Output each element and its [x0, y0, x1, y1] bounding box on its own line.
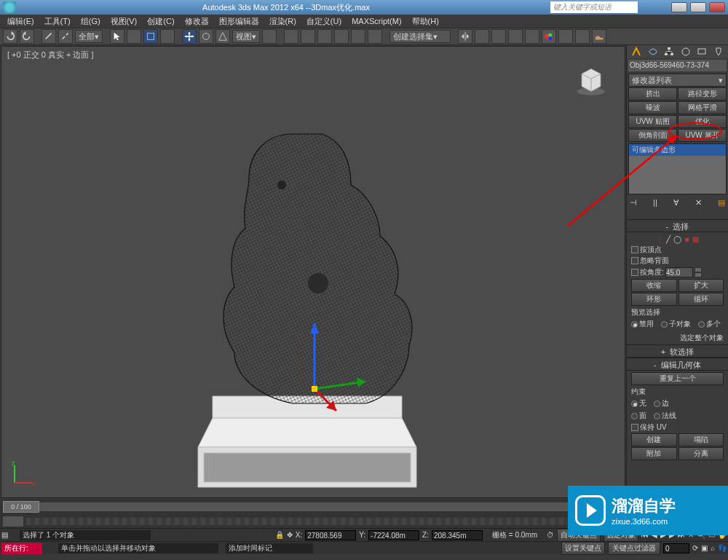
- rollout-softsel-title[interactable]: + 软选择: [627, 344, 728, 358]
- curve-editor-button[interactable]: [508, 29, 523, 44]
- layers-button[interactable]: [491, 29, 506, 44]
- align-button[interactable]: [475, 29, 489, 44]
- script-line-field[interactable]: 所在行:: [1, 543, 42, 554]
- grow-button[interactable]: 扩大: [678, 279, 724, 292]
- named-selection-sets[interactable]: 创建选择集 ▾: [389, 30, 451, 43]
- maxscript-mini-icon[interactable]: ▤: [1, 531, 8, 539]
- pin-stack-icon[interactable]: ⊣: [630, 198, 637, 208]
- create-tab-icon[interactable]: [631, 47, 641, 57]
- snap-2d-button[interactable]: [317, 29, 332, 44]
- menu-maxscript[interactable]: MAXScript(M): [347, 17, 405, 25]
- trackbar-toggle-icon[interactable]: [3, 516, 23, 527]
- viewport-label[interactable]: [ +0 正交 0 真实 + 边面 ]: [7, 50, 94, 60]
- scene-object-lion[interactable]: [147, 90, 467, 498]
- redo-button[interactable]: [20, 29, 34, 44]
- mod-optimize[interactable]: 优化: [678, 115, 727, 128]
- angle-value-input[interactable]: [665, 267, 693, 277]
- menu-views[interactable]: 视图(V): [106, 16, 142, 27]
- coord-x[interactable]: 27808.569: [305, 530, 356, 540]
- ref-coord-system[interactable]: 视图 ▾: [232, 30, 260, 43]
- menu-graph-editors[interactable]: 图形编辑器: [215, 16, 264, 27]
- select-move-button[interactable]: [182, 29, 197, 44]
- time-tag-field[interactable]: 添加时间标记: [226, 543, 313, 553]
- rollout-editgeom-title[interactable]: - 编辑几何体: [627, 358, 728, 371]
- subobj-border-icon[interactable]: ◯: [673, 235, 681, 243]
- by-vertex-checkbox[interactable]: 按顶点: [631, 245, 724, 255]
- help-search-input[interactable]: 键入关键字或短语: [550, 1, 638, 13]
- undo-button[interactable]: [3, 29, 17, 44]
- coord-y[interactable]: -7224.08m: [368, 530, 419, 540]
- close-button[interactable]: [709, 2, 725, 12]
- setkey-button[interactable]: 设置关键点: [561, 542, 605, 555]
- spinner-snap-button[interactable]: [368, 29, 382, 44]
- render-frame-button[interactable]: [575, 29, 590, 44]
- preview-subobj-radio[interactable]: 子对象: [661, 319, 691, 329]
- zoom-region-icon[interactable]: ⌕: [711, 544, 715, 552]
- menu-create[interactable]: 创建(C): [143, 16, 178, 27]
- minimize-button[interactable]: [671, 2, 687, 12]
- make-unique-icon[interactable]: ∀: [673, 198, 679, 208]
- coord-z[interactable]: 208.345m: [432, 530, 483, 540]
- subobj-polygon-icon[interactable]: ■: [684, 235, 689, 243]
- link-button[interactable]: [41, 29, 56, 44]
- show-end-result-icon[interactable]: ||: [653, 198, 657, 207]
- mirror-button[interactable]: [458, 29, 472, 44]
- menu-rendering[interactable]: 渲染(R): [265, 16, 301, 27]
- by-angle-checkbox[interactable]: 按角度:: [631, 267, 664, 277]
- shrink-button[interactable]: 收缩: [631, 279, 677, 292]
- render-button[interactable]: [592, 29, 606, 44]
- menu-modifiers[interactable]: 修改器: [181, 16, 213, 27]
- rollout-selection-title[interactable]: - 选择: [627, 219, 728, 232]
- ignore-backfacing-checkbox[interactable]: 忽略背面: [631, 256, 724, 266]
- lock-selection-icon[interactable]: 🔒: [275, 531, 284, 539]
- select-scale-button[interactable]: [215, 29, 230, 44]
- repeat-last-button[interactable]: 重复上一个: [631, 372, 724, 385]
- ring-button[interactable]: 环形: [631, 293, 677, 306]
- window-crossing-button[interactable]: [160, 29, 175, 44]
- select-by-name-button[interactable]: [127, 29, 141, 44]
- unlink-button[interactable]: [58, 29, 73, 44]
- constraint-none-radio[interactable]: 无: [631, 398, 646, 409]
- mod-uvw-unwrap[interactable]: UVW 展开: [678, 129, 727, 142]
- keyfilter-button[interactable]: 关键点过滤器: [608, 542, 660, 555]
- mod-bevel-profile[interactable]: 倒角剖面: [628, 129, 677, 142]
- subobj-vertex-icon[interactable]: ⋮: [656, 235, 663, 243]
- mod-path-deform[interactable]: 路径变形: [678, 87, 727, 100]
- time-config-icon[interactable]: ⏱: [547, 531, 554, 539]
- snap-percent-button[interactable]: [351, 29, 365, 44]
- current-frame-field[interactable]: 0: [663, 543, 689, 553]
- motion-tab-icon[interactable]: [681, 47, 691, 57]
- walk-icon[interactable]: 👣: [718, 544, 727, 552]
- detach-button[interactable]: 分离: [678, 447, 724, 460]
- display-tab-icon[interactable]: [697, 47, 707, 57]
- viewcube[interactable]: [572, 61, 610, 99]
- mod-mesh-smooth[interactable]: 网格平滑: [678, 101, 727, 114]
- maximize-button[interactable]: [690, 2, 706, 12]
- rect-region-button[interactable]: [143, 29, 158, 44]
- constraint-normal-radio[interactable]: 法线: [654, 411, 676, 421]
- menu-tools[interactable]: 工具(T): [40, 16, 75, 27]
- render-setup-button[interactable]: [558, 29, 573, 44]
- mod-extrude[interactable]: 挤出: [628, 87, 677, 100]
- menu-edit[interactable]: 编辑(E): [3, 16, 39, 27]
- coord-mode-icon[interactable]: ✥: [287, 531, 293, 539]
- modifier-stack[interactable]: 可编辑多边形: [628, 143, 727, 194]
- attach-button[interactable]: 附加: [631, 447, 677, 460]
- create-button[interactable]: 创建: [631, 433, 677, 446]
- mod-uvw-map[interactable]: UVW 贴图: [628, 115, 677, 128]
- collapse-button[interactable]: 塌陷: [678, 433, 724, 446]
- max-toggle-icon[interactable]: ▣: [701, 544, 708, 552]
- material-editor-button[interactable]: [542, 29, 556, 44]
- select-rotate-button[interactable]: [199, 29, 213, 44]
- manipulate-button[interactable]: [284, 29, 298, 44]
- preserve-uv-checkbox[interactable]: 保持 UV: [631, 422, 724, 433]
- snap-angle-button[interactable]: [334, 29, 349, 44]
- angle-spinner[interactable]: [695, 267, 702, 277]
- menu-group[interactable]: 组(G): [76, 16, 105, 27]
- hierarchy-tab-icon[interactable]: [664, 47, 674, 57]
- selection-filter[interactable]: 全部 ▾: [75, 30, 103, 43]
- pivot-center-button[interactable]: [262, 29, 277, 44]
- stack-item-editable-poly[interactable]: 可编辑多边形: [629, 144, 726, 156]
- modifier-list-dropdown[interactable]: 修改器列表▾: [628, 74, 727, 87]
- mod-noise[interactable]: 噪波: [628, 101, 677, 114]
